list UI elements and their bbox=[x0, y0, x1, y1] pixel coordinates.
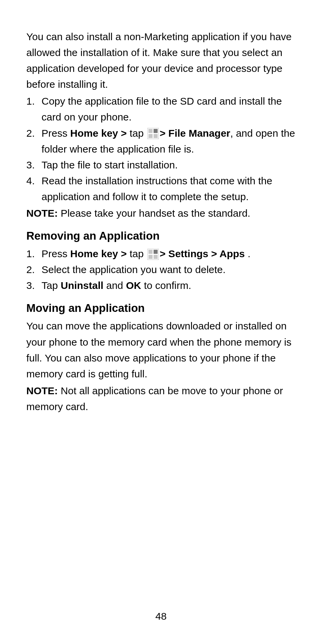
list-item: 1. Copy the application file to the SD c… bbox=[26, 93, 296, 125]
list-number: 4. bbox=[26, 173, 42, 205]
remove-steps-list: 1. Press Home key > tap > Settings > App… bbox=[26, 246, 296, 293]
text-segment: Tap bbox=[42, 280, 61, 291]
list-text: Press Home key > tap > File Manager, and… bbox=[42, 125, 296, 157]
list-number: 1. bbox=[26, 93, 42, 125]
bold-text: Uninstall bbox=[61, 280, 104, 291]
list-item: 3. Tap the file to start installation. bbox=[26, 157, 296, 173]
note-label: NOTE: bbox=[26, 208, 61, 219]
bold-text: OK bbox=[126, 280, 141, 291]
list-item: 2. Press Home key > tap > File Manager, … bbox=[26, 125, 296, 157]
list-text: Tap the file to start installation. bbox=[42, 157, 296, 173]
text-segment: tap bbox=[130, 248, 146, 259]
note-paragraph: NOTE: Not all applications can be move t… bbox=[26, 383, 296, 414]
apps-grid-icon bbox=[147, 248, 159, 260]
list-text: Tap Uninstall and OK to confirm. bbox=[42, 277, 296, 293]
intro-paragraph: You can also install a non-Marketing app… bbox=[26, 29, 296, 92]
text-segment: Press bbox=[42, 248, 70, 259]
note-text: Please take your handset as the standard… bbox=[61, 208, 250, 219]
list-item: 4. Read the installation instructions th… bbox=[26, 173, 296, 205]
moving-heading: Moving an Application bbox=[26, 302, 296, 315]
list-number: 2. bbox=[26, 125, 42, 157]
document-page: You can also install a non-Marketing app… bbox=[0, 0, 322, 414]
list-number: 3. bbox=[26, 157, 42, 173]
note-paragraph: NOTE: Please take your handset as the st… bbox=[26, 205, 296, 221]
list-number: 2. bbox=[26, 262, 42, 277]
bold-text: Home key > bbox=[70, 248, 130, 259]
note-text: Not all applications can be move to your… bbox=[26, 385, 283, 412]
text-segment: . bbox=[245, 248, 250, 259]
text-segment: to confirm. bbox=[141, 280, 191, 291]
bold-text: > Settings > Apps bbox=[160, 248, 245, 259]
list-number: 3. bbox=[26, 277, 42, 293]
list-text: Press Home key > tap > Settings > Apps . bbox=[42, 246, 296, 262]
install-steps-list: 1. Copy the application file to the SD c… bbox=[26, 93, 296, 205]
text-segment: tap bbox=[130, 128, 146, 139]
list-text: Select the application you want to delet… bbox=[42, 262, 296, 277]
note-label: NOTE: bbox=[26, 385, 61, 396]
removing-heading: Removing an Application bbox=[26, 230, 296, 242]
list-item: 1. Press Home key > tap > Settings > App… bbox=[26, 246, 296, 262]
list-number: 1. bbox=[26, 246, 42, 262]
apps-grid-icon bbox=[147, 128, 159, 139]
list-text: Read the installation instructions that … bbox=[42, 173, 296, 205]
text-segment: Press bbox=[42, 128, 70, 139]
list-item: 2. Select the application you want to de… bbox=[26, 262, 296, 277]
bold-text: Home key > bbox=[70, 128, 130, 139]
move-paragraph: You can move the applications downloaded… bbox=[26, 318, 296, 381]
list-item: 3. Tap Uninstall and OK to confirm. bbox=[26, 277, 296, 293]
page-number: 48 bbox=[0, 611, 322, 622]
text-segment: and bbox=[103, 280, 126, 291]
bold-text: > File Manager bbox=[160, 128, 230, 139]
list-text: Copy the application file to the SD card… bbox=[42, 93, 296, 125]
